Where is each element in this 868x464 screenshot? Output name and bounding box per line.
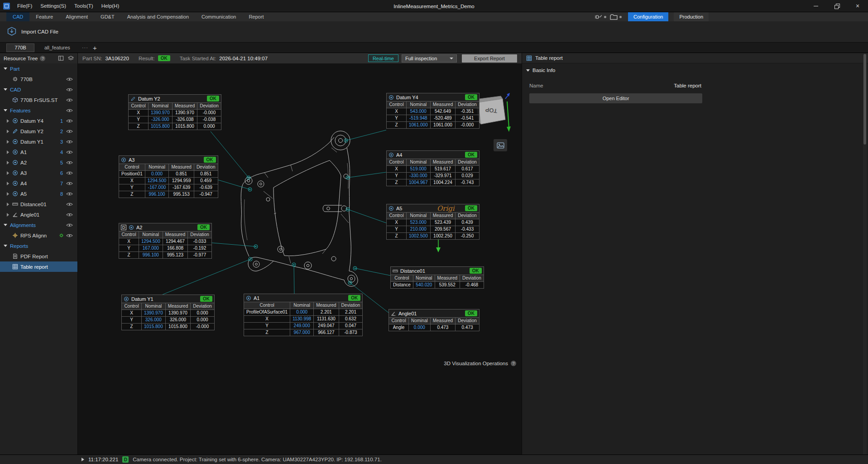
add-tab-button[interactable]: + (93, 44, 97, 52)
callout-datum-y1[interactable]: Datum Y1OKControlNominalMeasuredDeviatio… (121, 295, 215, 330)
menu-file-f[interactable]: File(F) (13, 0, 36, 12)
tree-item-datum-y2[interactable]: Datum Y22 (0, 126, 77, 136)
eye-icon[interactable] (66, 171, 73, 175)
callout-datum-y4[interactable]: Datum Y4OKControlNominalMeasuredDeviatio… (386, 93, 480, 129)
tree-item-a2[interactable]: A25 (0, 157, 77, 168)
tab-feature[interactable]: Feature (29, 12, 59, 21)
viewport[interactable]: Origi TOP 3D Visualization Operations (78, 63, 522, 454)
tab-report[interactable]: Report (242, 12, 270, 21)
operations-help-icon[interactable]: ? (511, 361, 516, 366)
tree-item-770b-frsus-st[interactable]: 770B FrSUS.ST (0, 95, 77, 105)
expand-icon[interactable] (7, 140, 9, 144)
project-folder-icon[interactable] (610, 14, 618, 20)
tab-alignment[interactable]: Alignment (59, 12, 94, 21)
eye-icon[interactable] (66, 160, 73, 165)
doc-tab-all-features[interactable]: all_features (38, 44, 77, 52)
tree-item-distance01[interactable]: Distance01 (0, 199, 77, 209)
panel-layout-icon[interactable] (58, 55, 64, 61)
close-button[interactable]: × (847, 0, 868, 12)
snapshot-button[interactable] (494, 139, 507, 151)
expand-icon[interactable] (7, 130, 9, 133)
resource-tree-help-icon[interactable]: ? (40, 56, 45, 61)
collapse-icon[interactable] (4, 109, 7, 111)
collapse-icon[interactable] (4, 245, 7, 247)
eye-icon[interactable] (66, 119, 73, 123)
scrollbar-thumb[interactable] (863, 54, 866, 145)
tree-item-a5[interactable]: A58 (0, 188, 77, 199)
callout-datum-y2[interactable]: Datum Y2OKControlNominalMeasuredDeviatio… (128, 94, 221, 130)
eye-icon[interactable] (66, 129, 73, 134)
vertical-scrollbar[interactable] (863, 53, 867, 454)
eye-icon[interactable] (66, 202, 73, 207)
basic-info-section-header[interactable]: Basic Info (522, 65, 868, 75)
eye-icon[interactable] (66, 181, 73, 186)
tree-section-alignments[interactable]: Alignments (0, 220, 77, 230)
expand-icon[interactable] (7, 161, 9, 164)
collapse-icon[interactable] (4, 88, 7, 91)
realtime-badge[interactable]: Real-time (368, 54, 398, 62)
export-report-button[interactable]: Export Report (462, 54, 517, 63)
open-editor-button[interactable]: Open Editor (529, 93, 702, 103)
callout-a2[interactable]: DA2OKControlNominalMeasuredDeviationX129… (119, 223, 212, 259)
tree-section-cad[interactable]: CAD (0, 84, 77, 95)
collapse-icon[interactable] (4, 224, 7, 226)
callout-a3[interactable]: A3OKControlNominalMeasuredDeviationPosit… (119, 155, 218, 198)
callout-a1[interactable]: A1OKControlNominalMeasuredDeviationProfi… (244, 294, 363, 336)
eye-icon[interactable] (66, 213, 73, 217)
collapse-icon[interactable] (4, 68, 7, 70)
device-connection-icon[interactable] (595, 14, 602, 20)
minimize-button[interactable] (806, 0, 826, 12)
layers-icon[interactable] (68, 55, 74, 61)
tab-cad[interactable]: CAD (6, 12, 29, 21)
tree-section-reports[interactable]: Reports (0, 241, 77, 251)
tree-section-features[interactable]: Features (0, 105, 77, 116)
eye-icon[interactable] (66, 150, 73, 155)
eye-icon[interactable] (66, 233, 73, 238)
tree-item-a1[interactable]: A14 (0, 147, 77, 157)
callout-a4[interactable]: A4OKControlNominalMeasuredDeviationX519.… (386, 150, 480, 186)
callout-angle01[interactable]: Angle01OKControlNominalMeasuredDeviation… (388, 309, 480, 331)
menu-settings-s[interactable]: Settings(S) (36, 0, 70, 12)
tree-item-table-report[interactable]: Table report (0, 261, 77, 272)
gear-icon[interactable] (59, 233, 64, 238)
expand-icon[interactable] (7, 192, 9, 196)
tree-item-a3[interactable]: A36 (0, 168, 77, 178)
configuration-button[interactable]: Configuration (628, 12, 668, 21)
expand-icon[interactable] (7, 203, 9, 206)
doc-tab-770b[interactable]: 770B (6, 44, 34, 52)
tree-item-angle01[interactable]: Angle01 (0, 209, 77, 220)
tree-item-770b[interactable]: 770B (0, 74, 77, 84)
tree-item-datum-y1[interactable]: Datum Y13 (0, 136, 77, 147)
eye-icon[interactable] (66, 98, 73, 102)
eye-icon[interactable] (66, 87, 73, 92)
production-button[interactable]: Production (674, 12, 709, 21)
menu-help-h[interactable]: Help(H) (97, 0, 124, 12)
eye-icon[interactable] (66, 192, 73, 196)
menu-tools-t[interactable]: Tools(T) (70, 0, 97, 12)
measurement-row: Y249.000249.0470.047 (244, 323, 363, 329)
tree-section-part[interactable]: Part (0, 63, 77, 74)
tree-item-rps-alignn[interactable]: RPS Alignn (0, 230, 77, 241)
expand-icon[interactable] (7, 171, 9, 175)
deviation-cell: 0.851 (194, 171, 218, 178)
eye-icon[interactable] (66, 223, 73, 227)
eye-icon[interactable] (66, 140, 73, 144)
expand-icon[interactable] (7, 182, 9, 185)
tab-overflow-icon[interactable]: ··· (82, 45, 88, 50)
tab-gd-t[interactable]: GD&T (94, 12, 121, 21)
tree-item-pdf-report[interactable]: PDF Report (0, 251, 77, 261)
tab-analysis-and-compensation[interactable]: Analysis and Compensation (121, 12, 195, 21)
inspection-mode-dropdown[interactable]: Full inspection (402, 54, 457, 63)
tree-item-a4[interactable]: A47 (0, 178, 77, 188)
tree-item-datum-y4[interactable]: Datum Y41 (0, 116, 77, 126)
eye-icon[interactable] (66, 108, 73, 113)
import-cad-file-button[interactable]: Import CAD File (0, 26, 58, 37)
expand-icon[interactable] (7, 213, 9, 217)
callout-distance01[interactable]: Distance01OKControlNominalMeasuredDeviat… (390, 266, 484, 289)
eye-icon[interactable] (66, 77, 73, 82)
expand-icon[interactable] (7, 150, 9, 154)
tab-communication[interactable]: Communication (195, 12, 242, 21)
expand-icon[interactable] (7, 119, 9, 123)
callout-a5[interactable]: A5OKControlNominalMeasuredDeviationX523.… (386, 204, 480, 240)
restore-button[interactable] (826, 0, 847, 12)
